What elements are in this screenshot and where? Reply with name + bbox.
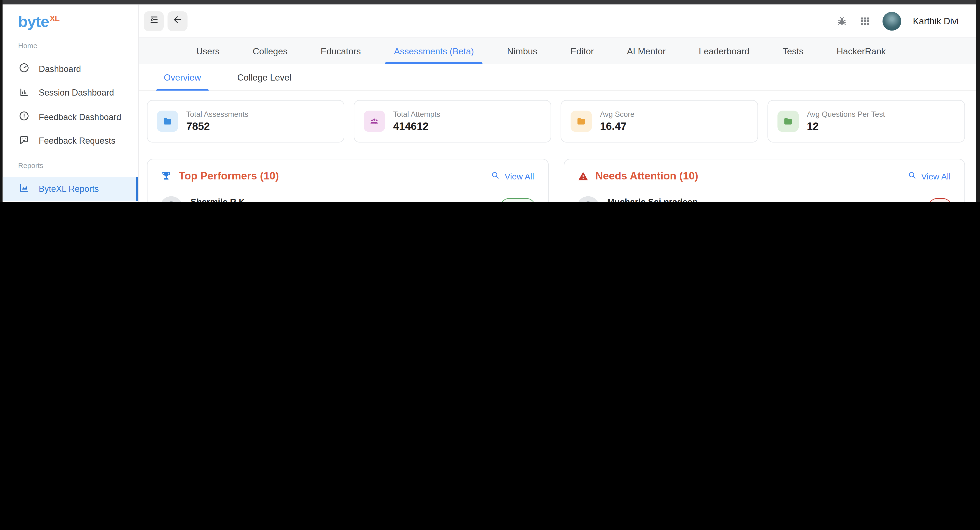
tab-ai-mentor[interactable]: AI Mentor (624, 38, 668, 64)
stat-label: Total Assessments (186, 110, 248, 118)
apps-grid-icon[interactable] (859, 15, 870, 27)
sidebar-item-label: Session Dashboard (39, 88, 114, 97)
back-button[interactable] (167, 11, 188, 31)
app-window: byteXL Home Dashboard Session Dashboard … (0, 0, 980, 202)
top-performers-panel: Top Performers (10) View All Sharmila.R … (147, 159, 548, 202)
view-all-link[interactable]: View All (491, 170, 534, 182)
needs-attention-panel: Needs Attention (10) View All Mucharla S… (563, 159, 965, 202)
logo-text-byte: byte (18, 13, 49, 30)
warning-triangle-icon (576, 170, 589, 182)
tab-hackerrank[interactable]: HackerRank (834, 38, 888, 64)
bytexl-logo[interactable]: byteXL (2, 4, 138, 33)
session-dashboard-icon (18, 86, 30, 100)
sidebar: byteXL Home Dashboard Session Dashboard … (2, 4, 139, 202)
tab-nimbus[interactable]: Nimbus (504, 38, 540, 64)
dashboard-icon (18, 62, 30, 76)
browser-content: byteXL Home Dashboard Session Dashboard … (2, 4, 976, 202)
tab-educators[interactable]: Educators (318, 38, 363, 64)
stat-card-avg-questions: Avg Questions Per Test 12 (767, 100, 965, 143)
collapse-sidebar-button[interactable] (144, 11, 164, 31)
tab-leaderboard[interactable]: Leaderboard (697, 38, 752, 64)
sub-tabbar: Overview College Level (139, 64, 976, 91)
view-all-link[interactable]: View All (908, 170, 951, 182)
stat-card-total-assessments: Total Assessments 7852 (147, 100, 344, 143)
stat-card-avg-score: Avg Score 16.47 (560, 100, 758, 143)
view-all-label: View All (505, 172, 534, 181)
user-name[interactable]: Karthik Divi (913, 16, 959, 26)
sidebar-item-label: Dashboard (39, 64, 81, 73)
tab-users[interactable]: Users (194, 38, 222, 64)
trophy-icon (160, 170, 172, 182)
logo-text-xl: XL (49, 14, 59, 23)
folder-icon (778, 111, 799, 132)
window-right-edge (976, 0, 980, 202)
stat-value: 16.47 (600, 120, 635, 133)
top-header: Karthik Divi (139, 4, 976, 37)
header-right: Karthik Divi (836, 12, 959, 30)
stat-cards-row: Total Assessments 7852 Total Attempts 41… (147, 100, 965, 143)
avatar (160, 196, 182, 202)
view-all-label: View All (921, 172, 950, 181)
sidebar-item-feedback-dashboard[interactable]: Feedback Dashboard (2, 105, 138, 129)
sidebar-item-label: Feedback Dashboard (39, 112, 121, 121)
folder-icon (571, 111, 592, 132)
sidebar-item-dashboard[interactable]: Dashboard (2, 57, 138, 81)
sidebar-item-label: ByteXL Reports (39, 184, 99, 194)
student-name: Mucharla Sai pradeep (607, 197, 816, 202)
folder-icon (157, 111, 178, 132)
student-name: Sharmila.R K (191, 197, 287, 202)
stat-label: Avg Score (600, 110, 635, 118)
stat-value: 12 (807, 120, 885, 133)
subtab-overview[interactable]: Overview (156, 64, 208, 90)
bug-report-icon[interactable] (836, 15, 847, 27)
feedback-dashboard-icon (18, 110, 30, 124)
main-area: Karthik Divi Users Colleges Educators As… (139, 4, 976, 202)
stat-value: 414612 (393, 120, 440, 133)
tab-editor[interactable]: Editor (568, 38, 596, 64)
back-arrow-icon (172, 14, 183, 27)
sidebar-item-bytexl-reports[interactable]: ByteXL Reports (2, 177, 138, 201)
stat-value: 7852 (186, 120, 248, 133)
top-performers-list: Sharmila.R KSNS Institutions • 23UAI0051… (148, 185, 548, 202)
sidebar-item-feedback-requests[interactable]: Feedback Requests (2, 129, 138, 153)
search-icon (491, 170, 500, 182)
sidebar-section-home: Home (2, 33, 138, 57)
panel-title: Needs Attention (10) (595, 170, 698, 182)
stat-card-total-attempts: Total Attempts 414612 (354, 100, 551, 143)
sidebar-section-reports: Reports (2, 153, 138, 177)
indent-collapse-icon (148, 14, 159, 27)
subtab-college-level[interactable]: College Level (230, 64, 299, 90)
avatar (576, 196, 599, 202)
list-item[interactable]: Sharmila.R KSNS Institutions • 23UAI0051… (148, 191, 548, 202)
tab-assessments-beta[interactable]: Assessments (Beta) (391, 38, 476, 64)
sidebar-item-label: Feedback Requests (39, 136, 116, 146)
people-icon (364, 111, 385, 132)
panel-title: Top Performers (10) (179, 170, 279, 182)
score-badge: 0 (928, 198, 952, 202)
list-item[interactable]: Mucharla Sai pradeepSiddhartha Institute… (564, 191, 964, 202)
content-area: Total Assessments 7852 Total Attempts 41… (139, 91, 976, 202)
feedback-requests-icon (18, 134, 30, 148)
area-chart-icon (18, 182, 30, 196)
needs-attention-list: Mucharla Sai pradeepSiddhartha Institute… (564, 185, 964, 202)
panel-header: Top Performers (10) View All (148, 159, 548, 185)
user-avatar[interactable] (882, 12, 901, 30)
stat-label: Avg Questions Per Test (807, 110, 885, 118)
sidebar-item-college-reports[interactable]: College Reports (2, 201, 138, 202)
tab-colleges[interactable]: Colleges (250, 38, 290, 64)
tab-tests[interactable]: Tests (780, 38, 806, 64)
panel-header: Needs Attention (10) View All (564, 159, 964, 185)
score-badge: 2798 (500, 198, 535, 202)
main-tabbar: Users Colleges Educators Assessments (Be… (139, 37, 976, 64)
stat-label: Total Attempts (393, 110, 440, 118)
search-icon (908, 170, 917, 182)
window-top-bar (0, 0, 980, 4)
sidebar-item-session-dashboard[interactable]: Session Dashboard (2, 81, 138, 105)
window-left-edge (0, 0, 2, 202)
panels-row: Top Performers (10) View All Sharmila.R … (147, 159, 965, 202)
